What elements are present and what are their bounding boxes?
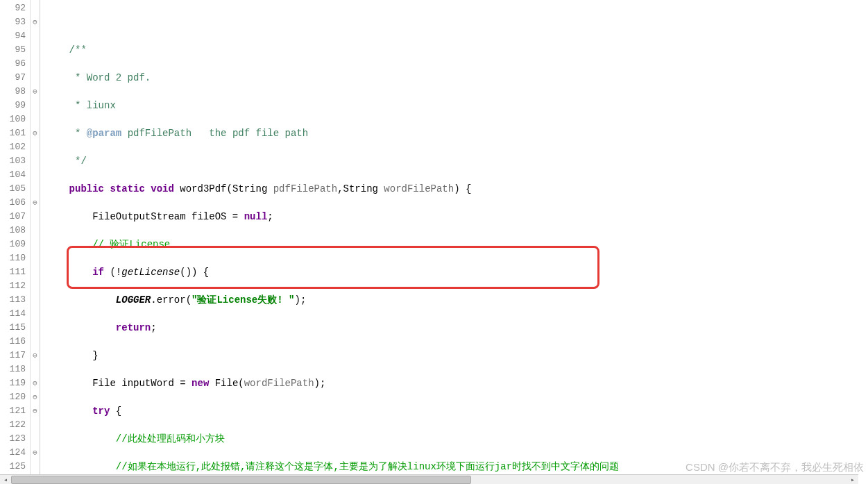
line-number[interactable]: 103 <box>0 154 26 168</box>
code-area[interactable]: /** * Word 2 pdf. * liunx * @param pdfFi… <box>40 0 868 484</box>
line-number[interactable]: 107 <box>0 210 26 224</box>
code-line[interactable]: */ <box>46 154 868 168</box>
code-line[interactable]: LOGGER.error("验证License失败! "); <box>46 293 868 307</box>
horizontal-scrollbar[interactable]: ◂ ▸ <box>0 474 858 484</box>
code-line[interactable]: //如果在本地运行,此处报错,请注释这个这是字体,主要是为了解决linux环境下… <box>46 460 868 474</box>
line-number[interactable]: 116 <box>0 335 26 349</box>
fold-marker[interactable] <box>31 182 40 196</box>
fold-marker[interactable]: ⊖ <box>31 349 40 362</box>
code-line[interactable]: File inputWord = new File(wordFilePath); <box>46 376 868 390</box>
code-line[interactable]: return; <box>46 321 868 335</box>
line-number[interactable]: 104 <box>0 168 26 182</box>
fold-marker[interactable] <box>31 362 40 376</box>
scroll-left-icon[interactable]: ◂ <box>0 476 11 484</box>
code-line[interactable] <box>46 15 868 29</box>
line-number[interactable]: 95 <box>0 43 26 57</box>
fold-marker[interactable] <box>31 237 40 251</box>
fold-marker[interactable] <box>31 140 40 154</box>
fold-marker[interactable] <box>31 43 40 57</box>
code-line[interactable]: /** <box>46 43 868 57</box>
line-number[interactable]: 101 <box>0 126 26 140</box>
line-number-gutter[interactable]: 92 93 94 95 96 97 98 99 100 101 102 103 … <box>0 0 31 484</box>
line-number[interactable]: 102 <box>0 140 26 154</box>
code-line[interactable]: * liunx <box>46 99 868 112</box>
line-number[interactable]: 118 <box>0 362 26 376</box>
code-line[interactable]: try { <box>46 404 868 418</box>
fold-marker[interactable] <box>31 57 40 71</box>
line-number[interactable]: 125 <box>0 460 26 474</box>
code-line[interactable]: * @param pdfFilePath the pdf file path <box>46 126 868 140</box>
fold-marker[interactable] <box>31 251 40 265</box>
keyword-null: null <box>244 211 268 222</box>
fold-marker[interactable] <box>31 460 40 474</box>
fold-marker[interactable] <box>31 307 40 321</box>
javadoc-start: /** <box>69 44 87 56</box>
fold-marker[interactable]: ⊖ <box>31 15 40 29</box>
fold-marker[interactable] <box>31 71 40 85</box>
fold-marker[interactable]: ⊖ <box>31 126 40 140</box>
scrollbar-thumb[interactable] <box>11 476 471 484</box>
line-number[interactable]: 119 <box>0 376 26 390</box>
code-line[interactable]: public static void word3Pdf(String pdfFi… <box>46 182 868 196</box>
javadoc-line: * Word 2 pdf. <box>69 72 151 83</box>
fold-marker[interactable] <box>31 279 40 293</box>
code-line[interactable]: // 验证License <box>46 237 868 251</box>
line-number[interactable]: 115 <box>0 321 26 335</box>
code-line[interactable]: } <box>46 349 868 362</box>
fold-marker[interactable] <box>31 321 40 335</box>
line-number[interactable]: 108 <box>0 224 26 237</box>
code-line[interactable]: //此处处理乱码和小方块 <box>46 432 868 446</box>
fold-marker[interactable]: ⊖ <box>31 390 40 404</box>
code-line[interactable]: if (!getLicense()) { <box>46 265 868 279</box>
line-number[interactable]: 124 <box>0 446 26 460</box>
fold-marker[interactable]: ⊖ <box>31 446 40 460</box>
ctor-file-open: File( <box>209 378 244 389</box>
scroll-right-icon[interactable]: ▸ <box>847 476 858 484</box>
fold-marker[interactable] <box>31 224 40 237</box>
line-number[interactable]: 100 <box>0 112 26 126</box>
code-line[interactable]: * Word 2 pdf. <box>46 71 868 85</box>
line-number[interactable]: 92 <box>0 1 26 15</box>
fold-marker[interactable] <box>31 210 40 224</box>
sig-open: (String <box>227 183 273 194</box>
fold-marker[interactable] <box>31 293 40 307</box>
scrollbar-track[interactable] <box>11 476 847 484</box>
line-number[interactable]: 98 <box>0 85 26 99</box>
fold-marker[interactable] <box>31 432 40 446</box>
line-number[interactable]: 109 <box>0 237 26 251</box>
line-number[interactable]: 94 <box>0 29 26 43</box>
line-number[interactable]: 112 <box>0 279 26 293</box>
line-number[interactable]: 111 <box>0 265 26 279</box>
fold-marker[interactable]: ⊖ <box>31 196 40 210</box>
line-number[interactable]: 120 <box>0 390 26 404</box>
fold-marker[interactable] <box>31 154 40 168</box>
fold-marker[interactable]: ⊖ <box>31 85 40 99</box>
line-number[interactable]: 105 <box>0 182 26 196</box>
line-number[interactable]: 97 <box>0 71 26 85</box>
javadoc-param-desc: the pdf file path <box>209 128 308 139</box>
fold-marker[interactable] <box>31 99 40 112</box>
fold-marker[interactable]: ⊖ <box>31 404 40 418</box>
line-number[interactable]: 121 <box>0 404 26 418</box>
line-number[interactable]: 96 <box>0 57 26 71</box>
fold-marker[interactable] <box>31 168 40 182</box>
fold-marker[interactable] <box>31 29 40 43</box>
code-line[interactable]: FileOutputStream fileOS = null; <box>46 210 868 224</box>
line-number[interactable]: 114 <box>0 307 26 321</box>
line-number[interactable]: 117 <box>0 349 26 362</box>
fold-marker[interactable]: ⊖ <box>31 376 40 390</box>
line-number[interactable]: 110 <box>0 251 26 265</box>
line-number[interactable]: 93 <box>0 15 26 29</box>
logger-const: LOGGER <box>116 294 151 306</box>
fold-marker[interactable] <box>31 335 40 349</box>
fold-marker[interactable] <box>31 1 40 15</box>
fold-marker[interactable] <box>31 112 40 126</box>
fold-marker[interactable] <box>31 418 40 432</box>
fold-marker[interactable] <box>31 265 40 279</box>
line-number[interactable]: 122 <box>0 418 26 432</box>
call-error-open: .error( <box>151 294 192 306</box>
line-number[interactable]: 99 <box>0 99 26 112</box>
line-number[interactable]: 106 <box>0 196 26 210</box>
line-number[interactable]: 113 <box>0 293 26 307</box>
line-number[interactable]: 123 <box>0 432 26 446</box>
